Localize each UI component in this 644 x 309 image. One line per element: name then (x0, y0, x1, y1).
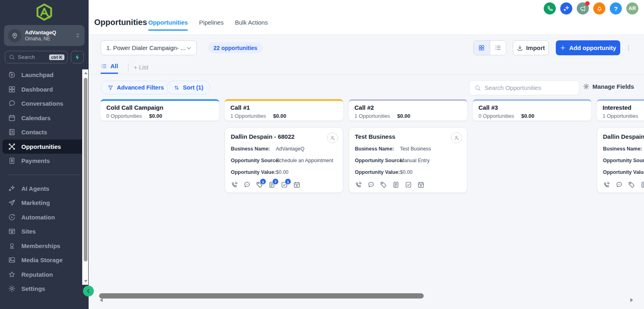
automation-icon (8, 213, 16, 221)
sidebar-item-reputation[interactable]: Reputation (2, 267, 86, 282)
message-icon[interactable] (367, 181, 375, 188)
unassigned-owner-icon[interactable] (327, 132, 338, 143)
pipeline-board: Cold Call Campaign 0 Opportunities$0.00 … (101, 99, 644, 290)
calendar-add-icon[interactable] (293, 181, 300, 188)
message-icon[interactable] (243, 181, 251, 188)
grid-view-button[interactable] (474, 41, 490, 55)
notes-icon[interactable]: 7 (268, 181, 275, 188)
notes-icon[interactable] (392, 181, 400, 188)
tags-icon[interactable] (628, 181, 635, 188)
sidebar-item-calendars[interactable]: Calendars (2, 111, 86, 125)
search-icon (474, 85, 481, 91)
opportunity-card[interactable]: Dallin Despain - 68022 Business Name: Op… (597, 127, 644, 193)
help-icon[interactable]: ? (610, 2, 622, 15)
pipeline-select[interactable]: 1. Power Dialer Campaign- ... (101, 40, 197, 55)
sidebar-item-label: Marketing (21, 199, 50, 206)
list-view-button[interactable] (490, 41, 506, 55)
advanced-filters-button[interactable]: Advanced Filters (101, 81, 171, 94)
sidebar-item-opportunities[interactable]: Opportunities (2, 140, 86, 154)
call-icon[interactable] (603, 181, 610, 188)
list-icon (101, 63, 107, 69)
sidebar-item-media-storage[interactable]: Media Storage (2, 253, 86, 267)
phone-icon[interactable] (544, 2, 556, 15)
sidebar-scrollbar-thumb[interactable] (84, 78, 87, 261)
call-icon[interactable] (231, 181, 238, 188)
kebab-menu-icon (625, 44, 632, 52)
sidebar-item-dashboard[interactable]: Dashboard (2, 82, 86, 97)
sort-button[interactable]: Sort (1) (167, 81, 210, 94)
add-opportunity-button[interactable]: Add opportunity (556, 40, 620, 55)
manage-fields-button[interactable]: Manage Fields (583, 83, 634, 90)
download-icon (517, 45, 523, 51)
tags-icon[interactable]: 1 (256, 181, 263, 188)
ai-assistant-icon[interactable] (560, 2, 572, 15)
column-count: 1 Opportunities (603, 113, 638, 119)
import-button[interactable]: Import (513, 40, 549, 55)
launchpad-icon (8, 71, 16, 79)
main-content: ? AR Opportunities Opportunities Pipelin… (89, 0, 644, 309)
advantageq-logo (0, 0, 89, 23)
more-options-button[interactable] (624, 42, 633, 54)
scroll-right-arrow-icon[interactable] (630, 298, 633, 302)
tasks-icon[interactable] (405, 181, 412, 188)
tab-all[interactable]: All (101, 63, 118, 74)
message-icon[interactable] (615, 181, 623, 188)
notifications-icon[interactable] (593, 2, 605, 15)
sidebar-search-input[interactable]: Search ctrl K (5, 51, 68, 63)
sidebar-item-label: Conversations (21, 100, 63, 107)
quick-actions-button[interactable] (71, 51, 84, 63)
tab-pipelines[interactable]: Pipelines (199, 19, 224, 31)
column-header[interactable]: Call #1 1 Opportunities$0.00 (225, 99, 343, 121)
sidebar-item-ai-agents[interactable]: AI Agents (2, 182, 86, 196)
tab-bulk-actions[interactable]: Bulk Actions (235, 19, 268, 31)
sidebar-item-memberships[interactable]: Memberships (2, 239, 86, 253)
column-call-1: Call #1 1 Opportunities$0.00 Dallin Desp… (225, 99, 343, 193)
column-header[interactable]: Cold Call Campaign 0 Opportunities$0.00 (101, 99, 219, 121)
list-view-icon (495, 44, 501, 51)
column-interested: Interested 1 Opportunities Dallin Despai… (597, 99, 644, 193)
scroll-down-arrow-icon[interactable] (84, 280, 87, 282)
sidebar-item-label: Settings (21, 285, 45, 292)
tags-icon[interactable] (380, 181, 387, 188)
sidebar-item-conversations[interactable]: Conversations (2, 96, 86, 111)
notes-icon[interactable] (640, 181, 644, 188)
sidebar-collapse-button[interactable] (83, 286, 94, 296)
view-tabs-bar: All + List (89, 61, 644, 75)
settings-icon (8, 285, 16, 292)
sidebar-item-marketing[interactable]: Marketing (2, 196, 86, 210)
horizontal-scrollbar-thumb[interactable] (99, 293, 424, 299)
location-switcher[interactable]: AdVantageQ Omaha, NE (4, 25, 85, 46)
sidebar-scrollbar[interactable] (82, 69, 88, 285)
sidebar-item-automation[interactable]: Automation (2, 210, 86, 225)
avatar[interactable]: AR (626, 2, 638, 15)
column-header[interactable]: Call #2 1 Opportunities$0.00 (349, 99, 467, 121)
scroll-up-arrow-icon[interactable] (84, 72, 87, 74)
tags-count-badge: 1 (260, 179, 266, 184)
sidebar-item-label: Opportunities (21, 143, 61, 150)
sidebar-item-settings[interactable]: Settings (2, 282, 86, 296)
tasks-icon[interactable]: 1 (281, 181, 288, 188)
column-count: 0 Opportunities (478, 113, 514, 119)
calendars-icon (8, 114, 16, 122)
opportunities-icon (8, 143, 16, 150)
column-cold-call-campaign: Cold Call Campaign 0 Opportunities$0.00 (101, 99, 219, 121)
column-header[interactable]: Interested 1 Opportunities (597, 99, 644, 121)
sidebar-item-sites[interactable]: Sites (2, 224, 86, 239)
announcements-icon[interactable] (577, 2, 589, 15)
tab-opportunities[interactable]: Opportunities (148, 19, 188, 31)
sidebar-item-contacts[interactable]: Contacts (2, 125, 86, 140)
opportunity-card[interactable]: Test Business Business Name:Test Busines… (349, 127, 467, 193)
unassigned-owner-icon[interactable] (451, 132, 462, 143)
sidebar-item-launchpad[interactable]: Launchpad (2, 68, 86, 82)
column-header[interactable]: Call #3 0 Opportunities$0.00 (473, 99, 591, 121)
opportunity-card[interactable]: Dallin Despain - 68022 Business Name:AdV… (225, 127, 343, 193)
sidebar-item-label: Launchpad (21, 71, 54, 78)
sidebar-item-payments[interactable]: Payments (2, 154, 86, 168)
call-icon[interactable] (355, 181, 362, 188)
add-list-tab[interactable]: + List (134, 64, 148, 71)
opportunities-search-input[interactable] (485, 84, 574, 91)
calendar-add-icon[interactable] (417, 181, 425, 188)
grid-view-icon (478, 44, 485, 51)
chevron-down-icon (186, 45, 192, 51)
scroll-left-arrow-icon[interactable] (100, 298, 103, 302)
